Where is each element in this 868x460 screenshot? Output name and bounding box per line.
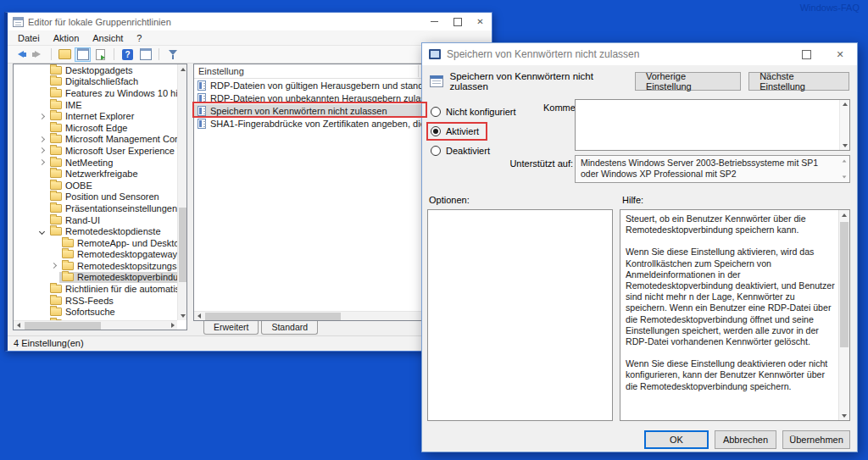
- tree-item-rand-ui[interactable]: Rand-UI: [14, 214, 177, 226]
- chevron-right-icon[interactable]: [50, 263, 56, 269]
- chevron-right-icon[interactable]: [38, 147, 44, 153]
- console-window-icon[interactable]: [75, 47, 91, 62]
- maximize-button[interactable]: [446, 13, 469, 30]
- tree-item-position-und-sensoren[interactable]: Position und Sensoren: [14, 191, 177, 203]
- tree-item-label: Remotedesktopgateway: [77, 249, 177, 259]
- scroll-down-icon[interactable]: [843, 144, 848, 147]
- dialog-titlebar: Speichern von Kennwörtern nicht zulassen: [422, 43, 857, 65]
- ok-button[interactable]: OK: [644, 430, 709, 449]
- tree-item-microsoft-management-conso[interactable]: Microsoft Management Conso: [14, 134, 177, 146]
- scroll-left-icon[interactable]: [14, 321, 23, 330]
- chevron-right-icon[interactable]: [38, 136, 44, 142]
- menu-item-aktion[interactable]: Aktion: [47, 32, 86, 44]
- tree-item-remotedesktopsitzungs-h[interactable]: Remotedesktopsitzungs-H: [14, 260, 177, 272]
- scrollbar-thumb[interactable]: [25, 322, 101, 330]
- tree-horizontal-scrollbar[interactable]: [14, 320, 177, 330]
- radio-nicht-konfiguriert[interactable]: Nicht konfiguriert: [428, 104, 523, 119]
- tree-item-digitalschlie-fach[interactable]: Digitalschließfach: [14, 76, 177, 88]
- list-item-label: RDP-Dateien von unbekannten Herausgebern…: [210, 93, 441, 103]
- tree-item-sofortsuche[interactable]: Sofortsuche: [14, 306, 177, 318]
- console-tree-icon[interactable]: [137, 47, 153, 62]
- radio-aktiviert[interactable]: Aktiviert: [428, 124, 486, 139]
- tree-item-inner: Microsoft User Experience Virtu: [47, 145, 177, 157]
- menu-item-[interactable]: ?: [130, 32, 148, 44]
- comment-scrollbar[interactable]: [839, 100, 849, 150]
- tree-item-label: Position und Sensoren: [65, 191, 159, 202]
- tree-item-ime[interactable]: IME: [14, 99, 177, 111]
- tree-item-inner: RemoteApp- und Desktopv: [59, 237, 177, 249]
- back-icon[interactable]: [12, 47, 28, 62]
- folder-icon: [50, 216, 62, 224]
- tree-item-oobe[interactable]: OOBE: [14, 180, 177, 191]
- folder-tree-icon[interactable]: [57, 47, 73, 62]
- folder-icon: [50, 297, 62, 305]
- folder-icon: [50, 135, 62, 143]
- menu-item-datei[interactable]: Datei: [11, 32, 47, 44]
- radio-circle[interactable]: [431, 107, 441, 117]
- chevron-right-icon[interactable]: [38, 114, 44, 119]
- tree-item-label: Microsoft Edge: [65, 123, 127, 133]
- next-setting-button[interactable]: Nächste Einstellung: [748, 72, 849, 91]
- filter-icon[interactable]: [164, 47, 181, 62]
- tree-item-remoteapp-und-desktopv[interactable]: RemoteApp- und Desktopv: [14, 237, 177, 249]
- chevron-right-icon[interactable]: [38, 159, 44, 165]
- scroll-down-icon[interactable]: [839, 411, 849, 420]
- tree-item-features-zu-windows-10-hinzu[interactable]: Features zu Windows 10 hinzu: [14, 87, 177, 99]
- menu-item-ansicht[interactable]: Ansicht: [86, 32, 130, 44]
- scrollbar-thumb[interactable]: [205, 313, 341, 320]
- scroll-right-icon[interactable]: [168, 321, 177, 330]
- minimize-button[interactable]: [423, 13, 446, 30]
- expander-slot: [36, 148, 47, 152]
- tree-item-remotedesktopgateway[interactable]: Remotedesktopgateway: [14, 249, 177, 261]
- maximize-button[interactable]: [789, 43, 823, 65]
- tree-item-netzwerkfreigabe[interactable]: Netzwerkfreigabe: [14, 168, 177, 180]
- tree-vertical-scrollbar[interactable]: [177, 64, 186, 320]
- tree-item-rss-feeds[interactable]: RSS-Feeds: [14, 295, 177, 307]
- close-icon[interactable]: [823, 43, 857, 65]
- tree-item-internet-explorer[interactable]: Internet Explorer: [14, 110, 177, 122]
- scroll-up-icon[interactable]: [843, 159, 847, 162]
- tree-item-inner: Features zu Windows 10 hinzu: [47, 87, 177, 99]
- tab-standard[interactable]: Standard: [261, 321, 318, 335]
- scroll-down-icon[interactable]: [843, 175, 847, 178]
- tree-item-microsoft-edge[interactable]: Microsoft Edge: [14, 122, 177, 134]
- previous-setting-button[interactable]: Vorherige Einstellung: [635, 72, 741, 91]
- dialog-buttons: OK Abbrechen Übernehmen: [644, 430, 850, 449]
- tree-item-label: RemoteApp- und Desktopv: [77, 238, 177, 248]
- comment-textarea[interactable]: [575, 99, 850, 151]
- scroll-left-icon[interactable]: [194, 312, 203, 321]
- chevron-down-icon[interactable]: [38, 229, 44, 235]
- close-button[interactable]: [469, 13, 492, 30]
- tree-item-netmeeting[interactable]: NetMeeting: [14, 157, 177, 169]
- forward-icon[interactable]: [30, 47, 46, 62]
- apply-button[interactable]: Übernehmen: [782, 430, 850, 449]
- supported-scroll-arrows[interactable]: [842, 159, 847, 179]
- scrollbar-thumb[interactable]: [840, 222, 849, 347]
- tree-item-inner: Desktopgadgets: [47, 64, 136, 76]
- policy-name: Speichern von Kennwörtern nicht zulassen: [450, 71, 628, 91]
- tab-erweitert[interactable]: Erweitert: [203, 321, 259, 335]
- tree-item-desktopgadgets[interactable]: Desktopgadgets: [14, 64, 177, 76]
- scroll-up-icon[interactable]: [178, 64, 187, 74]
- tree-item-pr-sentationseinstellungen[interactable]: Präsentationseinstellungen: [14, 202, 177, 214]
- folder-icon: [50, 169, 62, 178]
- tree-item-label: IME: [65, 100, 82, 110]
- scroll-up-icon[interactable]: [839, 210, 849, 219]
- column-divider[interactable]: [418, 65, 419, 77]
- help-scrollbar[interactable]: [838, 210, 849, 420]
- scroll-up-icon[interactable]: [843, 103, 848, 106]
- window-title: Editor für lokale Gruppenrichtlinien: [28, 17, 171, 27]
- tree-item-remotedesktopverbindung[interactable]: Remotedesktopverbindung: [14, 272, 177, 284]
- radio-circle[interactable]: [431, 126, 441, 136]
- help-icon[interactable]: [120, 47, 136, 62]
- radio-circle[interactable]: [431, 146, 441, 156]
- scroll-down-icon[interactable]: [178, 311, 187, 320]
- export-list-icon[interactable]: [92, 47, 108, 62]
- tree-item-label: Remotedesktopdienste: [65, 226, 161, 236]
- tree-item-remotedesktopdienste[interactable]: Remotedesktopdienste: [14, 225, 177, 237]
- scrollbar-thumb[interactable]: [179, 208, 186, 282]
- radio-deaktiviert[interactable]: Deaktiviert: [428, 143, 497, 158]
- tree-item-microsoft-user-experience-virtu[interactable]: Microsoft User Experience Virtu: [14, 145, 177, 157]
- cancel-button[interactable]: Abbrechen: [715, 430, 776, 449]
- tree-item-richtlinien-f-r-die-automatisch[interactable]: Richtlinien für die automatisch: [14, 283, 177, 295]
